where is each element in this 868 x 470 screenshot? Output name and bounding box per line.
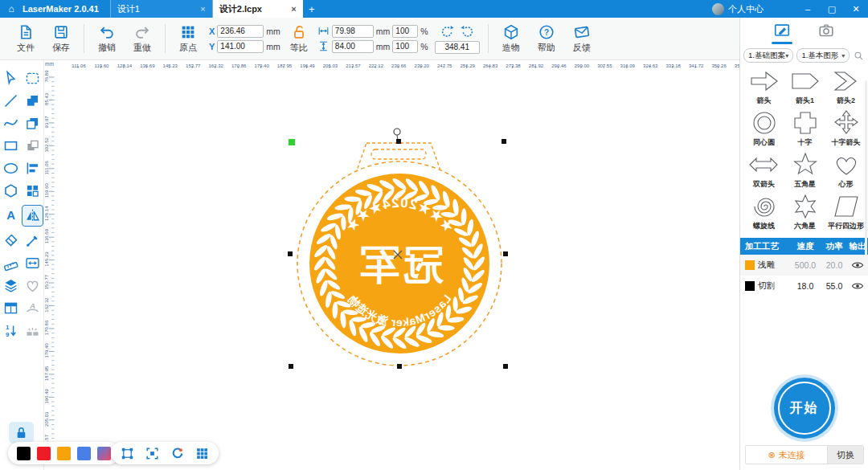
ellipse-tool-icon[interactable] [2, 160, 19, 177]
layers-icon[interactable] [2, 277, 19, 294]
svg-text:162.32: 162.32 [44, 297, 49, 313]
shape-star6[interactable]: 六角星 [784, 193, 825, 231]
sort-order-icon[interactable]: 19 [2, 322, 19, 339]
new-tab-button[interactable]: + [303, 3, 321, 15]
x-input[interactable] [217, 25, 264, 38]
scrollbar[interactable] [865, 80, 867, 255]
shape-arrow1[interactable]: 箭头1 [784, 67, 825, 106]
transform-frame-icon[interactable] [120, 446, 135, 461]
shape-cross-arrows[interactable]: 十字箭头 [825, 109, 866, 148]
shape-arrow2[interactable]: 箭头2 [825, 67, 866, 106]
ratio-lock-button[interactable]: 等比 [284, 23, 314, 54]
shape-star5[interactable]: 五角星 [784, 151, 825, 190]
feedback-icon [573, 23, 591, 41]
duplicate-icon[interactable] [24, 115, 41, 132]
rotate-cw-icon[interactable] [460, 24, 475, 39]
polygon-tool-icon[interactable] [2, 182, 19, 199]
dimension-icon[interactable] [24, 255, 41, 272]
output-visible-icon[interactable] [851, 280, 864, 292]
tab-close-icon[interactable]: × [200, 4, 205, 14]
shape-arrow[interactable]: 箭头 [743, 67, 784, 106]
svg-text:102.52: 102.52 [44, 137, 49, 153]
close-button[interactable]: ✕ [844, 4, 868, 14]
file-button[interactable]: 文件 [8, 23, 43, 54]
align-icon[interactable] [24, 160, 41, 177]
avatar[interactable] [712, 3, 724, 15]
category-dropdown-2[interactable]: 1.基本图形 ▾ [796, 48, 850, 63]
svg-text:111.06: 111.06 [44, 160, 49, 174]
tab-design2[interactable]: 设计2.lcpx × [213, 0, 303, 18]
color-swatch[interactable] [57, 447, 71, 460]
feedback-button[interactable]: 反馈 [564, 23, 600, 54]
origin-button[interactable]: 原点 [170, 23, 206, 54]
shape-spiral[interactable]: 螺旋线 [743, 193, 784, 231]
flip-horizontal-tool-selected[interactable] [22, 205, 43, 227]
boolean-subtract-icon[interactable] [24, 137, 41, 154]
grid-view-icon[interactable] [194, 446, 210, 461]
process-row-cut[interactable]: 切割 18.0 55.0 [740, 276, 868, 296]
angle-input[interactable] [435, 41, 480, 54]
curve-tool-icon[interactable] [2, 115, 19, 132]
shape-concentric-circles[interactable]: 同心圆 [743, 109, 784, 148]
height-input[interactable] [332, 40, 374, 53]
rectangle-tool-icon[interactable] [2, 137, 19, 154]
shape-parallelogram[interactable]: 平行四边形 [825, 193, 866, 231]
process-row-engrave[interactable]: 浅雕 500.0 20.0 [740, 255, 868, 276]
weld-icon[interactable] [24, 322, 41, 339]
file-icon [17, 23, 35, 41]
table-tool-icon[interactable] [2, 300, 19, 317]
svg-text:?: ? [544, 28, 549, 37]
undo-button[interactable]: 撤销 [89, 23, 125, 54]
color-swatch[interactable] [77, 447, 91, 460]
color-swatch[interactable] [97, 447, 111, 460]
color-swatch[interactable] [17, 447, 31, 460]
line-tool-icon[interactable] [2, 92, 19, 109]
marquee-select-icon[interactable] [24, 70, 41, 87]
tab-design1[interactable]: 设计1 × [110, 0, 213, 18]
user-center-label[interactable]: 个人中心 [728, 3, 764, 15]
category-dropdown-1[interactable]: 1.基础图案 ▾ [743, 48, 793, 63]
tab-camera[interactable] [817, 22, 836, 39]
width-percent-input[interactable] [392, 25, 418, 38]
heart-tool-icon[interactable] [24, 277, 41, 294]
search-icon[interactable] [853, 49, 865, 63]
camera-tab-icon [817, 22, 836, 39]
start-button[interactable]: 开始 [774, 378, 835, 439]
home-icon[interactable]: ⌂ [0, 3, 23, 14]
svg-text:196.49: 196.49 [44, 388, 49, 403]
text-path-icon[interactable]: A [24, 300, 41, 317]
rotation-handle[interactable] [394, 129, 400, 135]
focus-scan-icon[interactable] [145, 446, 160, 461]
origin-handle[interactable] [289, 139, 295, 145]
medal-body[interactable]: ★★★2024★★★ 冠军 LaserMaker 激光造物 [297, 161, 502, 366]
eraser-tool-icon[interactable] [2, 232, 19, 249]
text-tool-icon[interactable]: A [2, 207, 19, 224]
maximize-button[interactable]: ▢ [820, 4, 844, 14]
minimize-button[interactable]: – [796, 4, 820, 14]
shape-cross[interactable]: 十字 [784, 109, 825, 148]
connection-status[interactable]: ⊗ 未连接 [746, 449, 827, 461]
height-percent-input[interactable] [392, 40, 418, 53]
shape-heart[interactable]: 心形 [825, 151, 866, 190]
save-button[interactable]: 保存 [43, 23, 79, 54]
help-button[interactable]: ? 帮助 [529, 23, 564, 54]
y-input[interactable] [217, 40, 264, 53]
shape-double-arrow[interactable]: 双箭头 [743, 151, 784, 190]
tab-close-icon[interactable]: × [291, 4, 296, 14]
boolean-union-icon[interactable] [24, 92, 41, 109]
color-swatch[interactable] [37, 447, 51, 460]
width-input[interactable] [332, 25, 374, 38]
grid-blocks-icon[interactable] [24, 182, 41, 199]
design-canvas[interactable]: ★★★2024★★★ 冠军 LaserMaker 激光造物 [55, 68, 739, 470]
switch-device-button[interactable]: 切换 [827, 446, 863, 464]
create-button[interactable]: 造物 [493, 23, 529, 54]
snap-hook-icon[interactable] [170, 446, 185, 461]
node-edit-icon[interactable] [24, 232, 41, 249]
redo-button[interactable]: 重做 [125, 23, 160, 54]
rotate-ccw-icon[interactable] [440, 24, 455, 39]
lock-tool-selected[interactable] [9, 422, 34, 443]
output-visible-icon[interactable] [851, 260, 864, 271]
select-tool-icon[interactable] [2, 70, 19, 87]
measure-tool-icon[interactable] [2, 255, 19, 272]
tab-pattern-library[interactable] [772, 22, 792, 39]
